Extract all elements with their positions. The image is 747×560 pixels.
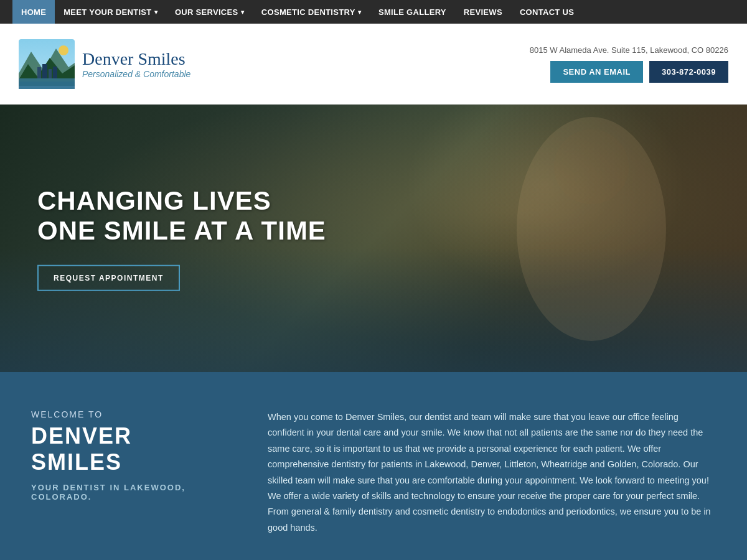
request-appointment-button[interactable]: REQUEST APPOINTMENT	[37, 264, 180, 291]
logo-text: Denver Smiles Personalized & Comfortable	[82, 49, 190, 79]
hero-content: CHANGING LIVES ONE SMILE AT A TIME REQUE…	[37, 186, 326, 291]
nav-our-services[interactable]: OUR SERVICES ▾	[166, 0, 253, 24]
svg-rect-4	[37, 67, 41, 78]
contact-buttons: SEND AN EMAIL 303-872-0039	[530, 61, 728, 83]
company-name: Denver Smiles	[82, 49, 190, 69]
dropdown-arrow: ▾	[154, 9, 157, 16]
main-nav: HOME MEET YOUR DENTIST ▾ OUR SERVICES ▾ …	[0, 0, 747, 24]
phone-button[interactable]: 303-872-0039	[649, 61, 728, 83]
header-contact: 8015 W Alameda Ave. Suite 115, Lakewood,…	[530, 45, 728, 83]
dropdown-arrow: ▾	[358, 9, 361, 16]
svg-point-11	[554, 129, 629, 204]
hero-line-2: ONE SMILE AT A TIME	[37, 216, 326, 246]
welcome-text: When you come to Denver Smiles, our dent…	[268, 409, 716, 536]
welcome-section: WELCOME TO DENVER SMILES YOUR DENTIST IN…	[0, 372, 747, 560]
welcome-location: YOUR DENTIST IN LAKEWOOD,COLORADO.	[31, 483, 230, 502]
hero-illustration	[311, 105, 747, 372]
logo-area: Denver Smiles Personalized & Comfortable	[19, 39, 190, 89]
dropdown-arrow: ▾	[241, 9, 244, 16]
svg-rect-5	[42, 64, 47, 78]
welcome-body: When you come to Denver Smiles, our dent…	[268, 409, 716, 536]
nav-reviews[interactable]: REVIEWS	[455, 0, 511, 24]
svg-rect-7	[53, 67, 57, 78]
hero-section: CHANGING LIVES ONE SMILE AT A TIME REQUE…	[0, 105, 747, 372]
company-tagline: Personalized & Comfortable	[82, 69, 190, 79]
nav-cosmetic-dentistry[interactable]: COSMETIC DENTISTRY ▾	[253, 0, 370, 24]
nav-smile-gallery[interactable]: SMILE GALLERY	[370, 0, 455, 24]
svg-rect-9	[19, 82, 75, 89]
nav-home[interactable]: HOME	[12, 0, 55, 24]
svg-point-1	[59, 45, 68, 55]
send-email-button[interactable]: SEND AN EMAIL	[550, 61, 643, 83]
address: 8015 W Alameda Ave. Suite 115, Lakewood,…	[530, 45, 728, 55]
welcome-subtitle: WELCOME TO	[31, 409, 230, 419]
site-header: Denver Smiles Personalized & Comfortable…	[0, 24, 747, 105]
hero-line-1: CHANGING LIVES	[37, 186, 326, 216]
svg-rect-6	[49, 69, 52, 78]
hero-headline: CHANGING LIVES ONE SMILE AT A TIME	[37, 186, 326, 246]
welcome-title: DENVER SMILES	[31, 423, 230, 475]
nav-contact-us[interactable]: CONTACT US	[511, 0, 583, 24]
welcome-left: WELCOME TO DENVER SMILES YOUR DENTIST IN…	[31, 409, 230, 536]
nav-meet-dentist[interactable]: MEET YOUR DENTIST ▾	[55, 0, 166, 24]
logo-image	[19, 39, 75, 89]
